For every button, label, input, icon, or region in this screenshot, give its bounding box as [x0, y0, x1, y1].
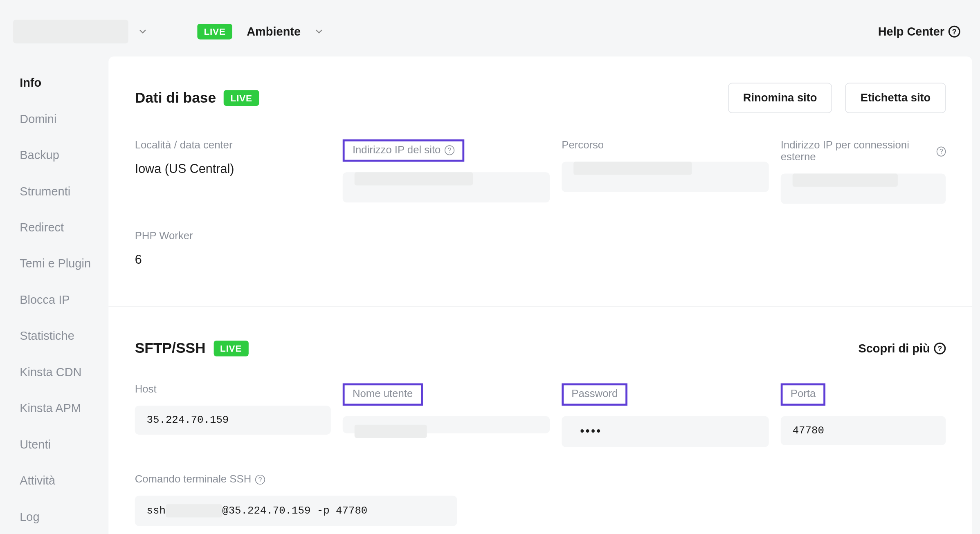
env-label[interactable]: Ambiente	[247, 25, 301, 38]
path-value[interactable]	[562, 162, 769, 192]
question-mark-icon[interactable]: ?	[255, 474, 265, 484]
sftp-live-badge: LIVE	[214, 341, 248, 357]
site-ip-value[interactable]	[343, 172, 550, 202]
discover-more-link[interactable]: Scopri di più ?	[858, 341, 946, 355]
site-selector[interactable]	[13, 20, 128, 43]
host-label: Host	[135, 383, 331, 395]
help-center-link[interactable]: Help Center ?	[878, 25, 960, 38]
question-mark-icon[interactable]: ?	[937, 146, 946, 156]
ssh-command-label-wrap: Comando terminale SSH ?	[135, 473, 946, 485]
label-site-button[interactable]: Etichetta sito	[845, 83, 946, 113]
env-chevron[interactable]	[315, 28, 323, 36]
basic-live-badge: LIVE	[224, 90, 258, 106]
ssh-command-value[interactable]: ssh @35.224.70.159 -p 47780	[135, 496, 457, 526]
port-highlight: Porta	[781, 383, 826, 406]
location-label: Località / data center	[135, 139, 331, 151]
basic-data-header: Dati di base LIVE Rinomina sito Etichett…	[135, 83, 946, 113]
sidebar-item-attivita[interactable]: Attività	[20, 474, 108, 488]
sidebar-item-kinsta-apm[interactable]: Kinsta APM	[20, 402, 108, 415]
chevron-down-icon	[139, 28, 146, 36]
rename-site-button[interactable]: Rinomina sito	[728, 83, 832, 113]
ssh-command-section: Comando terminale SSH ? ssh @35.224.70.1…	[135, 473, 946, 526]
username-label-wrap: Nome utente	[343, 383, 550, 406]
ssh-command-prefix: ssh	[147, 505, 166, 517]
help-center-label: Help Center	[878, 25, 944, 38]
site-ip-highlight: Indirizzo IP del sito ?	[343, 139, 464, 162]
host-value[interactable]: 35.224.70.159	[135, 406, 331, 435]
basic-info-grid: Località / data center Iowa (US Central)…	[135, 139, 946, 204]
section-divider	[108, 306, 972, 307]
php-worker-label: PHP Worker	[135, 230, 946, 242]
sftp-title: SFTP/SSH	[135, 340, 206, 357]
username-label: Nome utente	[353, 388, 413, 400]
ssh-command-suffix: @35.224.70.159 -p 47780	[222, 505, 367, 517]
external-ip-value[interactable]	[781, 174, 946, 204]
site-selector-chevron[interactable]	[136, 25, 149, 38]
sidebar-item-log[interactable]: Log	[20, 510, 108, 524]
password-value[interactable]: ••••	[562, 416, 769, 447]
sftp-header: SFTP/SSH LIVE Scopri di più ?	[135, 340, 946, 357]
sidebar-item-temi-plugin[interactable]: Temi e Plugin	[20, 257, 108, 271]
sidebar-item-info[interactable]: Info	[20, 76, 108, 90]
site-ip-label: Indirizzo IP del sito	[353, 144, 441, 156]
username-highlight: Nome utente	[343, 383, 423, 406]
chevron-down-icon	[315, 28, 323, 36]
sidebar-item-statistiche[interactable]: Statistiche	[20, 330, 108, 343]
basic-data-title: Dati di base	[135, 90, 216, 107]
port-label: Porta	[791, 388, 816, 400]
php-worker-value: 6	[135, 252, 946, 267]
sidebar-item-blocca-ip[interactable]: Blocca IP	[20, 293, 108, 307]
external-ip-label-wrap: Indirizzo IP per connessioni esterne ?	[781, 139, 946, 163]
question-mark-icon: ?	[934, 343, 946, 355]
ssh-command-label: Comando terminale SSH	[135, 473, 252, 485]
location-value: Iowa (US Central)	[135, 162, 331, 176]
username-value[interactable]	[343, 416, 550, 433]
path-label: Percorso	[562, 139, 769, 151]
port-value[interactable]: 47780	[781, 416, 946, 445]
ssh-command-redacted-user	[166, 504, 222, 517]
sidebar-item-kinsta-cdn[interactable]: Kinsta CDN	[20, 366, 108, 379]
top-bar: LIVE Ambiente Help Center ?	[0, 0, 980, 56]
php-worker-section: PHP Worker 6	[135, 230, 946, 267]
discover-more-label: Scopri di più	[858, 341, 930, 355]
password-highlight: Password	[562, 383, 627, 406]
external-ip-label: Indirizzo IP per connessioni esterne	[781, 139, 933, 163]
sidebar-item-domini[interactable]: Domini	[20, 112, 108, 126]
sftp-grid: Host 35.224.70.159 Nome utente Password …	[135, 383, 946, 447]
sidebar: Info Domini Backup Strumenti Redirect Te…	[0, 56, 108, 534]
main-content: Dati di base LIVE Rinomina sito Etichett…	[108, 56, 972, 534]
env-live-badge: LIVE	[197, 24, 232, 40]
site-ip-label-wrap: Indirizzo IP del sito ?	[343, 139, 550, 162]
password-label-wrap: Password	[562, 383, 769, 406]
sidebar-item-backup[interactable]: Backup	[20, 148, 108, 162]
sidebar-item-strumenti[interactable]: Strumenti	[20, 185, 108, 199]
question-mark-icon[interactable]: ?	[445, 145, 454, 155]
question-mark-icon: ?	[949, 26, 960, 38]
password-label: Password	[571, 388, 618, 400]
port-label-wrap: Porta	[781, 383, 946, 406]
sidebar-item-redirect[interactable]: Redirect	[20, 221, 108, 235]
sidebar-item-utenti[interactable]: Utenti	[20, 438, 108, 452]
